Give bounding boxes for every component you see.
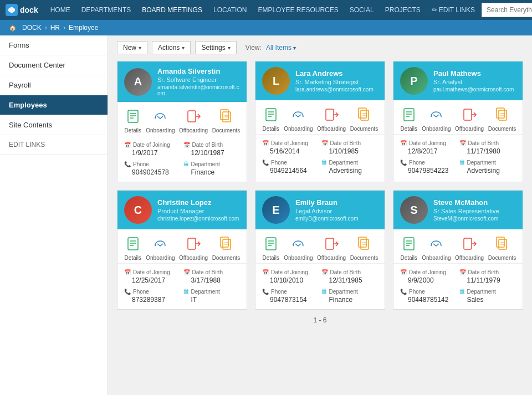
- onboarding-label: Onboarding: [284, 126, 313, 132]
- action-onboarding[interactable]: Onboarding: [284, 235, 313, 261]
- avatar: P: [400, 67, 428, 95]
- breadcrumb-sep-2: ›: [63, 24, 65, 32]
- offboarding-icon: [185, 107, 202, 125]
- phone-value: 90479854223: [400, 167, 457, 175]
- nav-board-meetings[interactable]: BOARD MEETINGS: [137, 5, 207, 15]
- sidebar-item-forms[interactable]: Forms: [0, 35, 108, 55]
- employee-name: Christine Lopez: [157, 198, 240, 207]
- action-offboarding[interactable]: Offboarding: [455, 106, 484, 132]
- birthday-icon: 📅: [459, 140, 466, 146]
- nav-edit-links[interactable]: ✏ EDIT LINKS: [427, 5, 479, 15]
- doj-value: 1/9/2017: [124, 149, 181, 157]
- employee-card: S Steve McMahon Sr Sales Representative …: [393, 190, 523, 310]
- action-offboarding[interactable]: Offboarding: [455, 235, 484, 261]
- dept-label: Department: [191, 289, 220, 295]
- doj-value: 10/10/2010: [262, 276, 319, 284]
- new-button[interactable]: New ▾: [117, 41, 147, 54]
- action-onboarding[interactable]: Onboarding: [422, 235, 451, 261]
- breadcrumb-employee[interactable]: Employee: [69, 24, 98, 32]
- action-documents[interactable]: Documents: [350, 235, 378, 261]
- sidebar-item-payroll[interactable]: Payroll: [0, 75, 108, 95]
- dob-value: 3/17/1988: [183, 276, 241, 284]
- employee-email: paul.mathews@onmicrosoft.com: [433, 86, 516, 93]
- department-icon: 🏛: [183, 161, 189, 167]
- documents-label: Documents: [212, 127, 241, 134]
- employee-card: A Amanda Silverstin Sr. Software Enginee…: [117, 61, 247, 182]
- action-details[interactable]: Details: [400, 106, 418, 132]
- breadcrumb-dock[interactable]: 🏠 DOCK: [7, 24, 42, 32]
- search-input[interactable]: [482, 3, 532, 17]
- card-actions: Details Onboarding: [117, 102, 247, 136]
- avatar: A: [124, 68, 152, 96]
- employee-email: christine.lopez@onmicrosoft.com: [157, 216, 240, 222]
- sidebar-item-edit-links[interactable]: EDIT LINKS: [0, 135, 108, 155]
- birthday-icon: 📅: [459, 269, 466, 275]
- sidebar-document-label: Document Center: [9, 61, 65, 69]
- sidebar-payroll-label: Payroll: [9, 81, 31, 89]
- phone-label: Phone: [271, 160, 287, 166]
- actions-button[interactable]: Actions ▾: [152, 41, 191, 54]
- detail-phone: 📞 Phone 9049024578: [124, 161, 181, 176]
- dob-value: 1/10/1985: [321, 147, 378, 155]
- card-details: 📅 Date of Joining 1/9/2017 📅 Date of Bir…: [117, 136, 247, 182]
- settings-button[interactable]: Settings ▾: [195, 41, 236, 54]
- action-details[interactable]: Details: [262, 106, 280, 132]
- employee-name: Steve McMahon: [433, 198, 516, 207]
- sidebar-item-site-contents[interactable]: Site Contents: [0, 115, 108, 135]
- action-documents[interactable]: Documents: [350, 106, 378, 132]
- action-onboarding[interactable]: Onboarding: [146, 235, 175, 261]
- view-value[interactable]: All Items ▾: [266, 44, 296, 52]
- action-onboarding[interactable]: Onboarding: [146, 107, 175, 134]
- card-details: 📅 Date of Joining 10/10/2010 📅 Date of B…: [255, 264, 385, 309]
- svg-rect-41: [266, 238, 276, 250]
- actions-caret-icon: ▾: [182, 45, 185, 51]
- action-documents[interactable]: Documents: [212, 107, 241, 134]
- dob-value: 11/17/1980: [459, 147, 516, 155]
- offboarding-label: Offboarding: [179, 255, 208, 261]
- action-offboarding[interactable]: Offboarding: [317, 235, 346, 261]
- phone-icon: 📞: [262, 289, 269, 295]
- sidebar-item-document-center[interactable]: Document Center: [0, 55, 108, 75]
- action-offboarding[interactable]: Offboarding: [179, 235, 208, 261]
- action-onboarding[interactable]: Onboarding: [284, 106, 313, 132]
- nav-social[interactable]: SOCIAL: [345, 5, 378, 15]
- detail-date-birth: 📅 Date of Birth 3/17/1988: [183, 269, 241, 284]
- action-details[interactable]: Details: [262, 235, 280, 261]
- card-header: E Emily Braun Legal Advisor emilyB@onmic…: [255, 191, 385, 229]
- action-documents[interactable]: Documents: [212, 235, 241, 261]
- dob-label: Date of Birth: [192, 142, 223, 148]
- avatar: S: [400, 196, 428, 224]
- action-onboarding[interactable]: Onboarding: [422, 106, 451, 132]
- action-offboarding[interactable]: Offboarding: [179, 107, 208, 134]
- birthday-icon: 📅: [183, 142, 190, 148]
- action-documents[interactable]: Documents: [488, 106, 516, 132]
- phone-value: 90448785142: [400, 296, 457, 304]
- phone-label: Phone: [133, 161, 149, 167]
- sidebar-item-employees[interactable]: Employees: [0, 95, 108, 115]
- top-navigation: dock HOME DEPARTMENTS BOARD MEETINGS LOC…: [0, 0, 532, 20]
- detail-date-birth: 📅 Date of Birth 11/11/1979: [459, 269, 516, 284]
- details-icon: [400, 106, 418, 124]
- doj-label: Date of Joining: [271, 140, 308, 146]
- breadcrumb-hr[interactable]: HR: [50, 24, 60, 32]
- action-details[interactable]: Details: [124, 235, 142, 261]
- doj-label: Date of Joining: [409, 269, 446, 275]
- nav-location[interactable]: LOCATION: [209, 5, 251, 15]
- employee-email: amanda.silverstin@onmicrosoft.com: [157, 84, 240, 96]
- nav-projects[interactable]: PROJECTS: [381, 5, 425, 15]
- action-offboarding[interactable]: Offboarding: [317, 106, 346, 132]
- nav-departments[interactable]: DEPARTMENTS: [77, 5, 136, 15]
- details-label: Details: [400, 126, 417, 132]
- nav-employee-resources[interactable]: EMPLOYEE RESOURCES: [253, 5, 342, 15]
- action-details[interactable]: Details: [124, 107, 142, 134]
- action-documents[interactable]: Documents: [488, 235, 516, 261]
- documents-label: Documents: [212, 255, 241, 261]
- card-actions: Details Onboarding: [393, 100, 523, 135]
- sidebar-edit-links-label: EDIT LINKS: [9, 141, 45, 148]
- detail-department: 🏛 Department IT: [183, 289, 241, 304]
- action-details[interactable]: Details: [400, 235, 418, 261]
- nav-home[interactable]: HOME: [46, 5, 75, 15]
- details-label: Details: [124, 255, 141, 261]
- dept-label: Department: [467, 289, 496, 295]
- dept-value: Finance: [183, 168, 241, 176]
